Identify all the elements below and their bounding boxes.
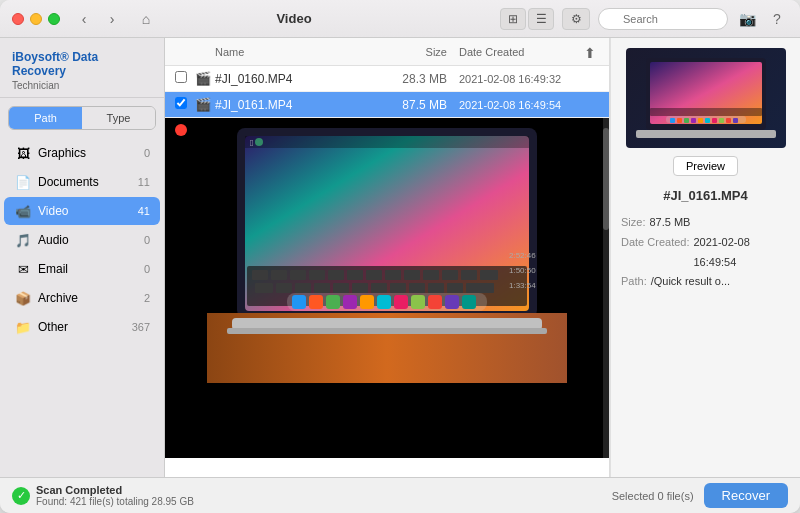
preview-filename: #JI_0161.MP4 [663, 188, 748, 203]
recover-button[interactable]: Recover [704, 483, 788, 508]
svg-rect-37 [343, 295, 357, 309]
maximize-button[interactable] [48, 13, 60, 25]
svg-rect-28 [409, 283, 425, 293]
svg-rect-19 [480, 270, 498, 280]
svg-rect-57 [684, 118, 689, 123]
graphics-count: 0 [130, 147, 150, 159]
svg-rect-21 [276, 283, 292, 293]
search-wrapper: 🔍 [598, 8, 728, 30]
archive-icon: 📦 [14, 289, 32, 307]
scan-detail: Found: 421 file(s) totaling 28.95 GB [36, 496, 194, 507]
preview-button[interactable]: Preview [673, 156, 738, 176]
help-button[interactable]: ? [766, 8, 788, 30]
sidebar-label-graphics: Graphics [38, 146, 130, 160]
filesize-cell: 28.3 MB [379, 72, 459, 86]
svg-rect-29 [428, 283, 444, 293]
svg-rect-40 [394, 295, 408, 309]
sidebar-item-other[interactable]: 📁 Other 367 [4, 313, 160, 341]
row-checkbox[interactable] [175, 97, 195, 112]
svg-rect-31 [466, 283, 494, 293]
scrollbar-track[interactable] [603, 118, 609, 458]
video-preview-area:  2:52:46 1:50:50 1:33:54 [165, 118, 609, 458]
sidebar-label-video: Video [38, 204, 130, 218]
file-list-body: 🎬 #JI_0160.MP4 28.3 MB 2021-02-08 16:49:… [165, 66, 609, 477]
traffic-lights [12, 13, 60, 25]
scan-title: Scan Completed [36, 484, 194, 496]
sidebar-label-email: Email [38, 262, 130, 276]
documents-count: 11 [130, 176, 150, 188]
checkbox-file1[interactable] [175, 71, 187, 83]
svg-text:1:50:50: 1:50:50 [509, 266, 536, 275]
sidebar: iBoysoft® Data Recovery Technician Path … [0, 38, 165, 477]
list-view-button[interactable]: ☰ [528, 8, 554, 30]
grid-view-button[interactable]: ⊞ [500, 8, 526, 30]
scrollbar-thumb[interactable] [603, 128, 609, 230]
scan-text: Scan Completed Found: 421 file(s) totali… [36, 484, 194, 507]
email-count: 0 [130, 263, 150, 275]
svg-rect-24 [333, 283, 349, 293]
size-value: 87.5 MB [649, 213, 690, 233]
minimize-button[interactable] [30, 13, 42, 25]
svg-rect-20 [255, 283, 273, 293]
close-button[interactable] [12, 13, 24, 25]
tab-type[interactable]: Type [82, 107, 155, 129]
svg-rect-30 [447, 283, 463, 293]
svg-rect-53 [636, 130, 776, 138]
red-dot-indicator [175, 124, 187, 136]
svg-text:2:52:46: 2:52:46 [509, 251, 536, 260]
view-toggle: ⊞ ☰ [500, 8, 554, 30]
svg-rect-26 [371, 283, 387, 293]
filedate-cell: 2021-02-08 16:49:32 [459, 73, 599, 85]
row-checkbox[interactable] [175, 71, 195, 86]
svg-rect-18 [461, 270, 477, 280]
svg-rect-38 [360, 295, 374, 309]
svg-rect-58 [691, 118, 696, 123]
app-window: ‹ › ⌂ Video ⊞ ☰ ⚙ 🔍 📷 ? iBoysoft® Data R… [0, 0, 800, 513]
svg-rect-42 [428, 295, 442, 309]
svg-text:1:33:54: 1:33:54 [509, 281, 536, 290]
date-label: Date Created: [621, 233, 689, 273]
svg-rect-44 [462, 295, 476, 309]
sidebar-item-archive[interactable]: 📦 Archive 2 [4, 284, 160, 312]
checkbox-file2[interactable] [175, 97, 187, 109]
sidebar-item-video[interactable]: 📹 Video 41 [4, 197, 160, 225]
table-row[interactable]: 🎬 #JI_0160.MP4 28.3 MB 2021-02-08 16:49:… [165, 66, 609, 92]
svg-rect-45 [245, 136, 529, 148]
filter-button[interactable]: ⚙ [562, 8, 590, 30]
svg-rect-59 [698, 118, 703, 123]
svg-rect-15 [404, 270, 420, 280]
audio-count: 0 [130, 234, 150, 246]
header-date: Date Created [459, 46, 599, 58]
svg-rect-43 [445, 295, 459, 309]
table-row[interactable]: 🎬 #JI_0161.MP4 87.5 MB 2021-02-08 16:49:… [165, 92, 609, 118]
svg-rect-36 [326, 295, 340, 309]
sidebar-label-other: Other [38, 320, 130, 334]
svg-rect-14 [385, 270, 401, 280]
path-value: /Quick result o... [651, 272, 730, 292]
sidebar-item-audio[interactable]: 🎵 Audio 0 [4, 226, 160, 254]
sidebar-header: iBoysoft® Data Recovery Technician [0, 38, 164, 98]
laptop-illustration:  2:52:46 1:50:50 1:33:54 [207, 118, 567, 408]
meta-size-row: Size: 87.5 MB [621, 213, 790, 233]
preview-panel: Preview #JI_0161.MP4 Size: 87.5 MB Date … [610, 38, 800, 477]
sidebar-item-email[interactable]: ✉ Email 0 [4, 255, 160, 283]
camera-button[interactable]: 📷 [736, 8, 758, 30]
sidebar-item-documents[interactable]: 📄 Documents 11 [4, 168, 160, 196]
export-icon[interactable]: ⬆ [579, 42, 601, 64]
video-count: 41 [130, 205, 150, 217]
search-input[interactable] [598, 8, 728, 30]
file-type-icon: 🎬 [195, 71, 215, 86]
tab-path[interactable]: Path [9, 107, 82, 129]
svg-rect-61 [712, 118, 717, 123]
preview-metadata: Size: 87.5 MB Date Created: 2021-02-08 1… [621, 213, 790, 292]
sidebar-item-graphics[interactable]: 🖼 Graphics 0 [4, 139, 160, 167]
svg-rect-35 [309, 295, 323, 309]
svg-rect-17 [442, 270, 458, 280]
svg-rect-27 [390, 283, 406, 293]
meta-path-row: Path: /Quick result o... [621, 272, 790, 292]
svg-rect-65 [650, 108, 762, 116]
svg-rect-41 [411, 295, 425, 309]
email-icon: ✉ [14, 260, 32, 278]
svg-rect-5 [227, 328, 547, 334]
graphics-icon: 🖼 [14, 144, 32, 162]
